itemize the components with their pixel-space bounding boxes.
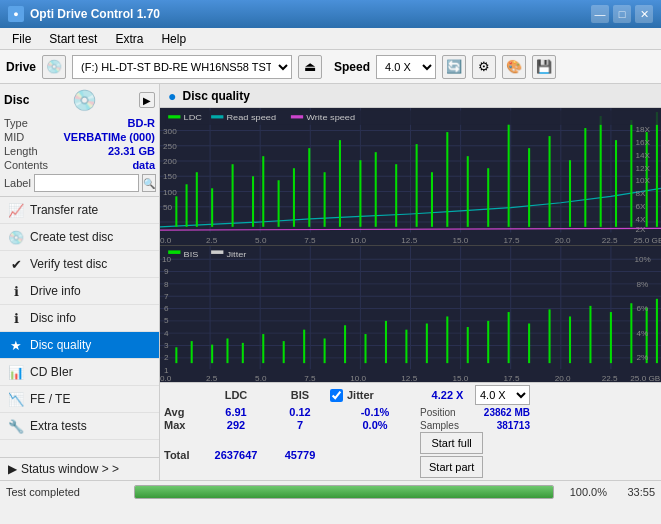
sidebar-item-verify-test-disc[interactable]: ✔Verify test disc <box>0 251 159 278</box>
progress-percent: 100.0% <box>562 486 607 498</box>
svg-rect-122 <box>630 303 632 363</box>
menu-help[interactable]: Help <box>153 30 194 48</box>
svg-text:4%: 4% <box>636 329 648 337</box>
nav-icon-transfer-rate: 📈 <box>8 202 24 218</box>
start-full-button[interactable]: Start full <box>420 432 483 454</box>
sidebar-item-disc-quality[interactable]: ★Disc quality <box>0 332 159 359</box>
maximize-button[interactable]: □ <box>613 5 631 23</box>
type-label: Type <box>4 117 28 129</box>
svg-rect-100 <box>191 341 193 363</box>
svg-rect-22 <box>252 176 254 227</box>
eject-button[interactable]: ⏏ <box>298 55 322 79</box>
nav-icon-extra-tests: 🔧 <box>8 418 24 434</box>
svg-rect-28 <box>339 140 341 227</box>
nav-label-verify-test-disc: Verify test disc <box>30 257 107 271</box>
sidebar-item-transfer-rate[interactable]: 📈Transfer rate <box>0 197 159 224</box>
total-ldc: 2637647 <box>202 449 270 461</box>
svg-rect-102 <box>226 338 228 363</box>
svg-text:14X: 14X <box>635 152 650 160</box>
menu-start-test[interactable]: Start test <box>41 30 105 48</box>
svg-rect-127 <box>211 250 223 254</box>
position-label: Position <box>420 407 475 418</box>
svg-text:20.0: 20.0 <box>555 374 571 382</box>
minimize-button[interactable]: — <box>591 5 609 23</box>
app-title: Opti Drive Control 1.70 <box>30 7 160 21</box>
speed-label: Speed <box>334 60 370 74</box>
close-button[interactable]: ✕ <box>635 5 653 23</box>
sidebar-item-extra-tests[interactable]: 🔧Extra tests <box>0 413 159 440</box>
save-button[interactable]: 💾 <box>532 55 556 79</box>
svg-text:17.5: 17.5 <box>504 374 520 382</box>
drive-icon-btn[interactable]: 💿 <box>42 55 66 79</box>
svg-rect-103 <box>242 342 244 362</box>
samples-label: Samples <box>420 420 475 431</box>
color-button[interactable]: 🎨 <box>502 55 526 79</box>
svg-rect-27 <box>324 172 326 227</box>
start-part-button[interactable]: Start part <box>420 456 483 478</box>
svg-text:5.0: 5.0 <box>255 374 266 382</box>
svg-rect-32 <box>416 144 418 227</box>
settings-button[interactable]: ⚙ <box>472 55 496 79</box>
menu-extra[interactable]: Extra <box>107 30 151 48</box>
label-search-button[interactable]: 🔍 <box>142 174 156 192</box>
status-text: Test completed <box>6 486 126 498</box>
top-chart: LDC Read speed Write speed 300 250 200 1… <box>160 108 661 245</box>
nav-icon-fe-te: 📉 <box>8 391 24 407</box>
drive-select[interactable]: (F:) HL-DT-ST BD-RE WH16NS58 TST4 <box>72 55 292 79</box>
menu-file[interactable]: File <box>4 30 39 48</box>
sidebar-item-drive-info[interactable]: ℹDrive info <box>0 278 159 305</box>
stats-speed-select[interactable]: 4.0 X <box>475 385 530 405</box>
svg-text:BIS: BIS <box>184 249 199 258</box>
sidebar: Disc 💿 ▶ Type BD-R MID VERBATIMe (000) L… <box>0 84 160 480</box>
svg-text:6%: 6% <box>636 304 648 312</box>
avg-bis: 0.12 <box>270 406 330 418</box>
svg-text:3: 3 <box>164 341 169 349</box>
jitter-checkbox[interactable] <box>330 389 343 402</box>
svg-text:7: 7 <box>164 292 169 300</box>
max-jitter: 0.0% <box>330 419 420 431</box>
svg-text:Jitter: Jitter <box>226 249 246 258</box>
chart-header-icon: ● <box>168 88 176 104</box>
svg-rect-113 <box>446 316 448 363</box>
svg-rect-17 <box>175 196 177 227</box>
speed-current-value: 4.22 X <box>420 389 475 401</box>
status-window-label: Status window > > <box>21 462 119 476</box>
mid-label: MID <box>4 131 24 143</box>
svg-rect-118 <box>549 309 551 363</box>
svg-rect-112 <box>426 323 428 363</box>
svg-text:15.0: 15.0 <box>452 237 468 245</box>
length-value: 23.31 GB <box>108 145 155 157</box>
svg-rect-37 <box>508 124 510 227</box>
svg-text:17.5: 17.5 <box>504 237 520 245</box>
refresh-button[interactable]: 🔄 <box>442 55 466 79</box>
svg-rect-101 <box>211 344 213 362</box>
svg-text:18X: 18X <box>635 126 650 134</box>
svg-rect-25 <box>293 168 295 227</box>
nav-label-disc-info: Disc info <box>30 311 76 325</box>
svg-rect-18 <box>186 184 188 227</box>
avg-label: Avg <box>164 406 202 418</box>
ldc-header: LDC <box>202 389 270 401</box>
label-input[interactable] <box>34 174 139 192</box>
nav-label-drive-info: Drive info <box>30 284 81 298</box>
svg-text:Write speed: Write speed <box>306 114 355 122</box>
progress-time: 33:55 <box>615 486 655 498</box>
sidebar-item-fe-te[interactable]: 📉FE / TE <box>0 386 159 413</box>
sidebar-item-disc-info[interactable]: ℹDisc info <box>0 305 159 332</box>
progress-area: Test completed 100.0% 33:55 <box>0 480 661 502</box>
nav-icon-disc-info: ℹ <box>8 310 24 326</box>
svg-rect-105 <box>283 341 285 363</box>
sidebar-item-cd-bier[interactable]: 📊CD BIer <box>0 359 159 386</box>
disc-action-button[interactable]: ▶ <box>139 92 155 108</box>
svg-text:20.0: 20.0 <box>555 237 571 245</box>
contents-value: data <box>132 159 155 171</box>
sidebar-item-create-test-disc[interactable]: 💿Create test disc <box>0 224 159 251</box>
svg-rect-114 <box>467 327 469 363</box>
disc-section-label: Disc <box>4 93 29 107</box>
svg-text:12.5: 12.5 <box>401 237 417 245</box>
speed-select[interactable]: 4.0 X <box>376 55 436 79</box>
svg-text:5: 5 <box>164 317 169 325</box>
length-label: Length <box>4 145 38 157</box>
nav-label-disc-quality: Disc quality <box>30 338 91 352</box>
status-window-button[interactable]: ▶ Status window > > <box>0 457 159 480</box>
